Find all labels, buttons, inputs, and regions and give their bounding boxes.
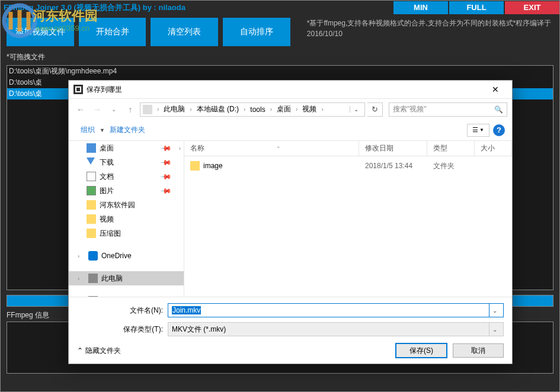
column-date[interactable]: 修改日期	[359, 141, 427, 156]
pictures-icon	[87, 186, 96, 195]
sidebar-hedong[interactable]: 河东软件园	[69, 198, 184, 212]
folder-icon	[87, 214, 96, 224]
exit-button[interactable]: EXIT	[505, 1, 559, 14]
column-size[interactable]: 大小	[475, 141, 512, 156]
sidebar-yasuo[interactable]: 压缩图	[69, 226, 184, 240]
view-mode-button[interactable]: ☰ ▼	[467, 124, 489, 137]
folder-icon	[87, 200, 96, 210]
new-folder-button[interactable]: 新建文件夹	[105, 125, 150, 135]
search-input[interactable]: 搜索"视频" 🔍	[389, 102, 507, 117]
column-headers: 名称⌃ 修改日期 类型 大小	[184, 141, 512, 156]
sidebar-this-pc[interactable]: ›此电脑	[69, 271, 184, 285]
app-title: FFmpeg Joiner 3.0 (视频无损合并工具) by : nilaod…	[1, 2, 393, 13]
title-bar: FFmpeg Joiner 3.0 (视频无损合并工具) by : nilaod…	[1, 1, 559, 15]
sidebar-network[interactable]: ›网络	[69, 294, 184, 297]
pc-icon	[88, 274, 98, 283]
breadcrumb-item[interactable]: 桌面	[276, 104, 292, 114]
dialog-content: 名称⌃ 修改日期 类型 大小 image 2018/1/5 13:44 文件夹	[184, 141, 512, 297]
pin-icon: 📌	[160, 156, 172, 169]
sidebar-desktop[interactable]: 桌面📌›	[69, 141, 184, 155]
breadcrumb-item[interactable]: 此电脑	[162, 104, 186, 114]
sidebar-onedrive[interactable]: ›OneDrive	[69, 249, 184, 263]
pin-icon: 📌	[160, 171, 172, 183]
sidebar-documents[interactable]: 文档📌	[69, 169, 184, 184]
sort-icon: ⌃	[276, 146, 281, 152]
filename-label: 文件名(N):	[77, 306, 163, 316]
chevron-right-icon[interactable]: ›	[268, 106, 274, 113]
chevron-right-icon[interactable]: ›	[155, 106, 161, 113]
chevron-right-icon[interactable]: ›	[319, 106, 325, 113]
chevron-right-icon[interactable]: ›	[241, 106, 248, 113]
pin-icon: 📌	[160, 142, 172, 155]
hide-folders-toggle[interactable]: ⌃隐藏文件夹	[77, 346, 121, 356]
pin-icon: 📌	[160, 185, 172, 197]
nav-forward-button[interactable]: →	[90, 102, 104, 117]
info-text: *基于ffmpeg,支持各种视频格式的合并,支持合并为不同的封装格式*程序编译于…	[295, 18, 553, 39]
drag-hint: *可拖拽文件	[1, 49, 559, 65]
filetype-select[interactable]: MKV文件 (*.mkv) ⌄	[168, 322, 504, 336]
column-name[interactable]: 名称⌃	[184, 141, 359, 156]
file-item[interactable]: D:\tools\桌面\视频\ngmhdeee.mp4	[7, 66, 553, 77]
dropdown-icon[interactable]: ⌄	[489, 323, 500, 336]
chevron-right-icon[interactable]: ›	[293, 106, 300, 113]
dropdown-icon[interactable]: ⌄	[489, 304, 500, 317]
chevron-up-icon: ⌃	[77, 346, 83, 355]
dialog-body: 桌面📌› 下载📌 文档📌 图片📌 河东软件园 视频 压缩图 ›OneDrive …	[69, 141, 512, 297]
dialog-icon	[73, 85, 83, 94]
svg-rect-2	[76, 88, 80, 91]
clear-list-button[interactable]: 清空列表	[151, 18, 218, 46]
list-item[interactable]: image 2018/1/5 13:44 文件夹	[184, 159, 512, 173]
breadcrumb-item[interactable]: 本地磁盘 (D:)	[196, 104, 240, 114]
file-browser-list[interactable]: image 2018/1/5 13:44 文件夹	[184, 156, 512, 297]
save-dialog: 保存到哪里 ✕ ← → ⌄ ↑ › 此电脑 › 本地磁盘 (D:) › tool…	[68, 80, 513, 364]
refresh-button[interactable]: ↻	[367, 102, 383, 117]
sidebar-video[interactable]: 视频	[69, 212, 184, 226]
dialog-toolbar: 组织 ▼ 新建文件夹 ☰ ▼ ?	[69, 120, 512, 141]
breadcrumb-item[interactable]: tools	[249, 105, 266, 114]
breadcrumb-item[interactable]: 视频	[301, 104, 318, 114]
folder-icon	[190, 161, 200, 171]
desktop-icon	[87, 143, 96, 153]
chevron-right-icon[interactable]: ›	[187, 106, 194, 113]
network-icon	[88, 296, 98, 297]
dialog-sidebar: 桌面📌› 下载📌 文档📌 图片📌 河东软件园 视频 压缩图 ›OneDrive …	[69, 141, 184, 297]
close-button[interactable]: ✕	[484, 85, 507, 94]
breadcrumb-dropdown[interactable]: ⌄	[350, 106, 362, 113]
chevron-right-icon[interactable]: ›	[78, 275, 85, 282]
dialog-title-bar[interactable]: 保存到哪里 ✕	[69, 81, 512, 98]
breadcrumb[interactable]: › 此电脑 › 本地磁盘 (D:) › tools › 桌面 › 视频 › ⌄	[140, 102, 365, 117]
nav-up-button[interactable]: ↑	[123, 102, 137, 117]
filetype-label: 保存类型(T):	[77, 324, 163, 335]
organize-menu[interactable]: 组织	[76, 125, 100, 135]
document-icon	[87, 172, 96, 181]
chevron-right-icon[interactable]: ›	[78, 253, 85, 259]
fullscreen-button[interactable]: FULL	[449, 1, 504, 14]
start-merge-button[interactable]: 开始合并	[79, 18, 146, 46]
search-placeholder: 搜索"视频"	[393, 104, 427, 114]
dialog-title: 保存到哪里	[87, 85, 484, 95]
column-type[interactable]: 类型	[427, 141, 475, 156]
pc-icon	[143, 105, 152, 114]
cancel-button[interactable]: 取消	[453, 343, 504, 358]
toolbar: 添加视频文件 开始合并 清空列表 自动排序 *基于ffmpeg,支持各种视频格式…	[1, 15, 559, 49]
add-video-button[interactable]: 添加视频文件	[7, 18, 74, 46]
search-icon[interactable]: 🔍	[494, 105, 503, 114]
chevron-right-icon[interactable]: ›	[179, 145, 181, 152]
sidebar-downloads[interactable]: 下载📌	[69, 155, 184, 169]
save-button[interactable]: 保存(S)	[396, 343, 447, 358]
onedrive-icon	[88, 251, 98, 261]
nav-back-button[interactable]: ←	[73, 102, 88, 117]
auto-sort-button[interactable]: 自动排序	[223, 18, 290, 46]
dialog-footer: 文件名(N): Join.mkv ⌄ 保存类型(T): MKV文件 (*.mkv…	[69, 297, 512, 364]
dialog-nav: ← → ⌄ ↑ › 此电脑 › 本地磁盘 (D:) › tools › 桌面 ›…	[69, 98, 512, 120]
download-icon	[87, 158, 96, 167]
folder-icon	[87, 229, 96, 238]
filename-input[interactable]: Join.mkv ⌄	[168, 303, 504, 317]
nav-recent-button[interactable]: ⌄	[107, 102, 121, 117]
minimize-button[interactable]: MIN	[393, 1, 448, 14]
sidebar-pictures[interactable]: 图片📌	[69, 184, 184, 198]
help-button[interactable]: ?	[493, 124, 505, 136]
dropdown-icon[interactable]: ▼	[100, 127, 105, 133]
